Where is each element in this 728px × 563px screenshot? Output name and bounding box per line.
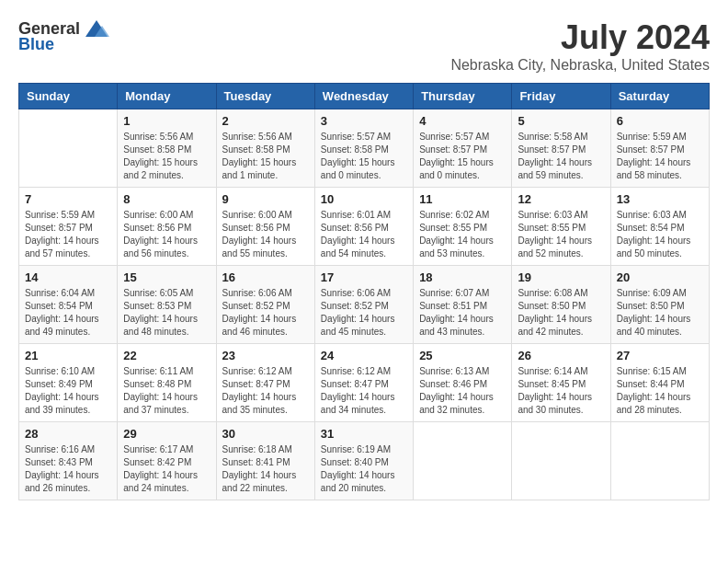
cell-content: Sunrise: 6:17 AM Sunset: 8:42 PM Dayligh… bbox=[123, 443, 210, 495]
table-row: 21 Sunrise: 6:10 AM Sunset: 8:49 PM Dayl… bbox=[19, 344, 118, 422]
sunrise-text: Sunrise: 5:59 AM bbox=[617, 131, 703, 144]
table-row: 29 Sunrise: 6:17 AM Sunset: 8:42 PM Dayl… bbox=[118, 422, 216, 500]
day-number: 8 bbox=[123, 192, 210, 206]
sunrise-text: Sunrise: 6:18 AM bbox=[222, 443, 309, 456]
table-row: 9 Sunrise: 6:00 AM Sunset: 8:56 PM Dayli… bbox=[216, 188, 314, 266]
table-row bbox=[19, 109, 118, 188]
title-area: July 2024 Nebraska City, Nebraska, Unite… bbox=[450, 18, 710, 74]
header-sunday: Sunday bbox=[19, 84, 118, 109]
daylight-text: Daylight: 14 hours and 48 minutes. bbox=[123, 313, 210, 339]
cell-content: Sunrise: 6:14 AM Sunset: 8:45 PM Dayligh… bbox=[518, 365, 604, 417]
daylight-text: Daylight: 14 hours and 55 minutes. bbox=[222, 235, 309, 260]
day-number: 12 bbox=[518, 192, 604, 206]
cell-content: Sunrise: 6:19 AM Sunset: 8:40 PM Dayligh… bbox=[321, 443, 407, 495]
sunrise-text: Sunrise: 6:14 AM bbox=[518, 365, 604, 378]
daylight-text: Daylight: 14 hours and 24 minutes. bbox=[123, 469, 210, 495]
day-number: 5 bbox=[518, 114, 604, 128]
header-wednesday: Wednesday bbox=[314, 84, 413, 109]
sunrise-text: Sunrise: 5:56 AM bbox=[123, 131, 210, 144]
cell-content: Sunrise: 6:16 AM Sunset: 8:43 PM Dayligh… bbox=[25, 443, 111, 495]
sunset-text: Sunset: 8:54 PM bbox=[617, 222, 703, 235]
sunset-text: Sunset: 8:57 PM bbox=[419, 144, 506, 156]
table-row: 16 Sunrise: 6:06 AM Sunset: 8:52 PM Dayl… bbox=[216, 266, 314, 344]
daylight-text: Daylight: 14 hours and 57 minutes. bbox=[25, 235, 111, 260]
day-number: 22 bbox=[123, 349, 210, 362]
sunrise-text: Sunrise: 6:04 AM bbox=[25, 287, 111, 300]
cell-content: Sunrise: 5:59 AM Sunset: 8:57 PM Dayligh… bbox=[25, 209, 111, 260]
daylight-text: Daylight: 14 hours and 34 minutes. bbox=[321, 391, 407, 417]
sunset-text: Sunset: 8:57 PM bbox=[25, 222, 111, 235]
table-row: 1 Sunrise: 5:56 AM Sunset: 8:58 PM Dayli… bbox=[118, 109, 216, 188]
calendar-week-row: 21 Sunrise: 6:10 AM Sunset: 8:49 PM Dayl… bbox=[19, 344, 710, 422]
sunrise-text: Sunrise: 6:07 AM bbox=[419, 287, 506, 300]
cell-content: Sunrise: 6:15 AM Sunset: 8:44 PM Dayligh… bbox=[617, 365, 703, 417]
day-number: 4 bbox=[419, 114, 506, 128]
cell-content: Sunrise: 6:07 AM Sunset: 8:51 PM Dayligh… bbox=[419, 287, 506, 339]
sunrise-text: Sunrise: 6:08 AM bbox=[518, 287, 604, 300]
cell-content: Sunrise: 6:09 AM Sunset: 8:50 PM Dayligh… bbox=[617, 287, 703, 339]
table-row: 6 Sunrise: 5:59 AM Sunset: 8:57 PM Dayli… bbox=[610, 109, 709, 188]
day-number: 1 bbox=[123, 114, 210, 128]
daylight-text: Daylight: 14 hours and 54 minutes. bbox=[321, 235, 407, 260]
table-row: 10 Sunrise: 6:01 AM Sunset: 8:56 PM Dayl… bbox=[314, 188, 413, 266]
sunrise-text: Sunrise: 6:01 AM bbox=[321, 209, 407, 222]
daylight-text: Daylight: 14 hours and 35 minutes. bbox=[222, 391, 309, 417]
day-number: 7 bbox=[25, 192, 111, 206]
sunset-text: Sunset: 8:42 PM bbox=[123, 456, 210, 469]
table-row: 15 Sunrise: 6:05 AM Sunset: 8:53 PM Dayl… bbox=[118, 266, 216, 344]
daylight-text: Daylight: 15 hours and 0 minutes. bbox=[419, 156, 506, 182]
sunset-text: Sunset: 8:57 PM bbox=[518, 144, 604, 156]
table-row: 3 Sunrise: 5:57 AM Sunset: 8:58 PM Dayli… bbox=[314, 109, 413, 188]
daylight-text: Daylight: 15 hours and 0 minutes. bbox=[321, 156, 407, 182]
sunrise-text: Sunrise: 6:00 AM bbox=[123, 209, 210, 222]
daylight-text: Daylight: 14 hours and 42 minutes. bbox=[518, 313, 604, 339]
header-monday: Monday bbox=[118, 84, 216, 109]
daylight-text: Daylight: 14 hours and 32 minutes. bbox=[419, 391, 506, 417]
day-number: 31 bbox=[321, 427, 407, 441]
daylight-text: Daylight: 14 hours and 49 minutes. bbox=[25, 313, 111, 339]
cell-content: Sunrise: 5:58 AM Sunset: 8:57 PM Dayligh… bbox=[518, 131, 604, 182]
month-title: July 2024 bbox=[450, 18, 710, 57]
day-number: 19 bbox=[518, 270, 604, 284]
table-row: 27 Sunrise: 6:15 AM Sunset: 8:44 PM Dayl… bbox=[610, 344, 709, 422]
daylight-text: Daylight: 14 hours and 40 minutes. bbox=[617, 313, 703, 339]
sunset-text: Sunset: 8:48 PM bbox=[123, 378, 210, 391]
daylight-text: Daylight: 14 hours and 56 minutes. bbox=[123, 235, 210, 260]
table-row: 2 Sunrise: 5:56 AM Sunset: 8:58 PM Dayli… bbox=[216, 109, 314, 188]
daylight-text: Daylight: 15 hours and 1 minute. bbox=[222, 156, 309, 182]
cell-content: Sunrise: 6:00 AM Sunset: 8:56 PM Dayligh… bbox=[222, 209, 309, 260]
cell-content: Sunrise: 6:13 AM Sunset: 8:46 PM Dayligh… bbox=[419, 365, 506, 417]
sunset-text: Sunset: 8:47 PM bbox=[321, 378, 407, 391]
cell-content: Sunrise: 6:00 AM Sunset: 8:56 PM Dayligh… bbox=[123, 209, 210, 260]
cell-content: Sunrise: 6:04 AM Sunset: 8:54 PM Dayligh… bbox=[25, 287, 111, 339]
sunrise-text: Sunrise: 5:59 AM bbox=[25, 209, 111, 222]
table-row: 18 Sunrise: 6:07 AM Sunset: 8:51 PM Dayl… bbox=[414, 266, 512, 344]
cell-content: Sunrise: 6:03 AM Sunset: 8:54 PM Dayligh… bbox=[617, 209, 703, 260]
cell-content: Sunrise: 6:05 AM Sunset: 8:53 PM Dayligh… bbox=[123, 287, 210, 339]
logo-icon bbox=[84, 18, 109, 39]
sunset-text: Sunset: 8:50 PM bbox=[518, 300, 604, 313]
sunrise-text: Sunrise: 6:12 AM bbox=[222, 365, 309, 378]
day-number: 27 bbox=[617, 349, 703, 362]
header-saturday: Saturday bbox=[610, 84, 709, 109]
header-friday: Friday bbox=[512, 84, 610, 109]
cell-content: Sunrise: 6:03 AM Sunset: 8:55 PM Dayligh… bbox=[518, 209, 604, 260]
table-row bbox=[414, 422, 512, 500]
day-number: 13 bbox=[617, 192, 703, 206]
sunset-text: Sunset: 8:41 PM bbox=[222, 456, 309, 469]
calendar-week-row: 14 Sunrise: 6:04 AM Sunset: 8:54 PM Dayl… bbox=[19, 266, 710, 344]
sunset-text: Sunset: 8:56 PM bbox=[222, 222, 309, 235]
daylight-text: Daylight: 14 hours and 43 minutes. bbox=[419, 313, 506, 339]
sunset-text: Sunset: 8:52 PM bbox=[321, 300, 407, 313]
sunrise-text: Sunrise: 6:03 AM bbox=[617, 209, 703, 222]
sunrise-text: Sunrise: 6:17 AM bbox=[123, 443, 210, 456]
logo: General Blue bbox=[18, 18, 109, 54]
sunset-text: Sunset: 8:55 PM bbox=[419, 222, 506, 235]
sunset-text: Sunset: 8:58 PM bbox=[222, 144, 309, 156]
daylight-text: Daylight: 14 hours and 58 minutes. bbox=[617, 156, 703, 182]
cell-content: Sunrise: 6:06 AM Sunset: 8:52 PM Dayligh… bbox=[321, 287, 407, 339]
daylight-text: Daylight: 14 hours and 50 minutes. bbox=[617, 235, 703, 260]
day-number: 26 bbox=[518, 349, 604, 362]
cell-content: Sunrise: 5:56 AM Sunset: 8:58 PM Dayligh… bbox=[123, 131, 210, 182]
sunset-text: Sunset: 8:55 PM bbox=[518, 222, 604, 235]
